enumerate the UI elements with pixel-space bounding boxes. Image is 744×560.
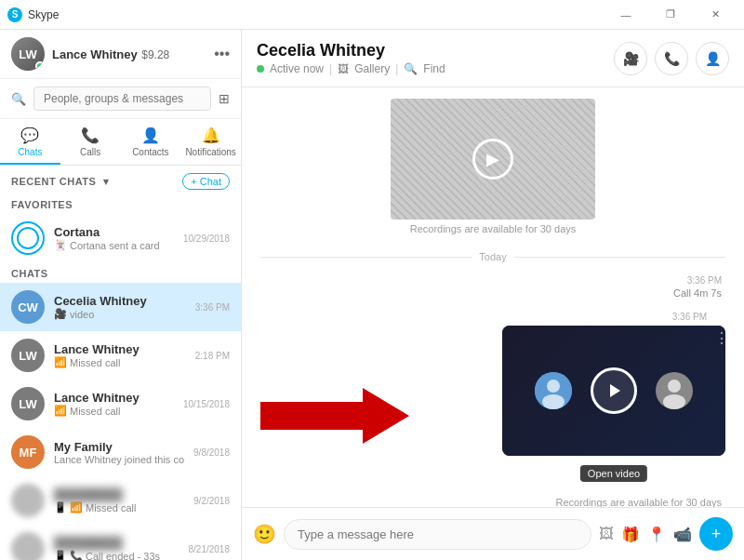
tab-calls-label: Calls [80, 147, 100, 157]
recent-chats-header: RECENT CHATS ▾ + Chat [0, 166, 241, 193]
cortana-name: Cortana [54, 225, 174, 239]
maximize-button[interactable]: ❐ [649, 0, 692, 30]
title-bar: S Skype — ❐ ✕ [0, 0, 744, 30]
contacts-icon: 👤 [141, 127, 160, 144]
search-input[interactable] [33, 87, 211, 111]
chat-header-actions: 🎥 📞 👤 [614, 42, 729, 75]
lance2-name: Lance Whitney [54, 391, 174, 405]
message-input[interactable] [284, 519, 591, 550]
cortana-info: Cortana 🃏Cortana sent a card [54, 225, 174, 251]
add-chat-button[interactable]: + Chat [182, 173, 230, 190]
add-contact-button[interactable]: 👤 [696, 42, 729, 75]
close-button[interactable]: ✕ [694, 0, 737, 30]
cecelia-time: 3:36 PM [195, 302, 230, 313]
app-title: Skype [28, 8, 59, 21]
cecelia-name: Cecelia Whitney [54, 294, 186, 308]
tab-chats-label: Chats [18, 147, 42, 157]
location-button[interactable]: 📍 [647, 526, 666, 543]
myfamily-preview: Lance Whitney joined this co... [54, 454, 184, 465]
minimize-button[interactable]: — [604, 0, 647, 30]
video-more-options-button[interactable]: ⋮ [714, 329, 729, 347]
lance1-name: Lance Whitney [54, 342, 186, 356]
chat-header: Cecelia Whitney Active now | 🖼 Gallery |… [242, 30, 744, 87]
tab-contacts-label: Contacts [132, 147, 168, 157]
participant-right-avatar [656, 372, 693, 409]
gallery-link[interactable]: Gallery [354, 62, 390, 75]
participant-left-avatar [535, 372, 572, 409]
myfamily-time: 9/8/2018 [193, 447, 230, 458]
calls-icon: 📞 [81, 127, 100, 144]
myfamily-avatar: MF [11, 435, 45, 469]
video-call-button[interactable]: 🎥 [614, 42, 647, 75]
chat-header-name: Cecelia Whitney [257, 41, 445, 60]
voice-call-button[interactable]: 📞 [655, 42, 688, 75]
skype-icon: S [7, 7, 22, 22]
find-link[interactable]: Find [423, 62, 445, 75]
tab-contacts[interactable]: 👤 Contacts [121, 119, 181, 165]
active-now-label[interactable]: Active now [270, 62, 324, 75]
tab-calls[interactable]: 📞 Calls [60, 119, 121, 165]
image-button[interactable]: 🖼 [599, 526, 614, 542]
lance2-preview: 📶Missed call [54, 405, 174, 417]
search-icon: 🔍 [11, 92, 26, 106]
sidebar-content: RECENT CHATS ▾ + Chat FAVORITES Cortana … [0, 166, 241, 560]
recent-chats-label: RECENT CHATS ▾ [11, 176, 109, 188]
video-message-wrapper: 3:36 PM [409, 312, 725, 507]
lance2-time: 10/15/2018 [183, 399, 230, 409]
first-play-button[interactable]: ▶ [472, 139, 513, 180]
first-video-thumb[interactable]: ▶ [391, 99, 595, 220]
avatar: LW [11, 37, 45, 71]
grid-icon[interactable]: ⊞ [219, 91, 230, 106]
chat-item-myfamily[interactable]: MF My Family Lance Whitney joined this c… [0, 428, 241, 476]
chat-item-cortana[interactable]: Cortana 🃏Cortana sent a card 10/29/2018 [0, 214, 241, 262]
tab-notifications[interactable]: 🔔 Notifications [180, 119, 241, 165]
find-icon-small: 🔍 [404, 62, 418, 75]
blurred2-time: 8/21/2018 [189, 544, 231, 554]
svg-point-2 [547, 380, 560, 393]
chat-item-blurred2[interactable]: ████████ 📱📞Call ended - 33s 8/21/2018 [0, 525, 241, 560]
blurred1-preview: 📱📶Missed call [54, 501, 184, 513]
video-clip-button[interactable]: 📹 [673, 526, 692, 543]
svg-point-6 [668, 380, 681, 393]
tab-notifications-label: Notifications [185, 147, 235, 157]
lance1-preview: 📶Missed call [54, 356, 186, 368]
myfamily-name: My Family [54, 440, 184, 454]
chat-item-blurred1[interactable]: ████████ 📱📶Missed call 9/2/2018 [0, 476, 241, 525]
send-button[interactable]: + [699, 517, 733, 551]
day-divider: Today [260, 251, 725, 262]
cecelia-info: Cecelia Whitney 🎥video [54, 294, 186, 320]
open-video-tooltip: Open video [580, 465, 647, 482]
svg-point-3 [542, 394, 565, 409]
call-duration: Call 4m 7s [673, 287, 722, 299]
message-input-area: 🙂 🖼 🎁 📍 📹 + [242, 507, 744, 560]
lance2-info: Lance Whitney 📶Missed call [54, 391, 174, 417]
gift-button[interactable]: 🎁 [621, 526, 640, 543]
cortana-avatar [11, 221, 45, 255]
red-arrow-svg [260, 388, 409, 444]
title-bar-left: S Skype [7, 7, 59, 22]
main-layout: LW Lance Whitney $9.28 ••• 🔍 ⊞ 💬 Chats 📞 [0, 30, 744, 560]
add-chat-label: + Chat [191, 176, 221, 187]
chat-status: Active now | 🖼 Gallery | 🔍 Find [257, 62, 445, 75]
profile-name: Lance Whitney [52, 47, 138, 61]
second-recording-notice: Recordings are available for 30 days [555, 497, 725, 507]
cortana-preview: 🃏Cortana sent a card [54, 239, 174, 251]
online-indicator [35, 61, 45, 71]
first-recording-container: ▶ Recordings are available for 30 days [260, 99, 725, 234]
title-bar-controls: — ❐ ✕ [604, 0, 737, 30]
lance1-avatar: LW [11, 339, 45, 372]
call-info-container: 3:36 PM Call 4m 7s [260, 275, 725, 299]
tab-chats[interactable]: 💬 Chats [0, 119, 60, 165]
chat-item-lance2[interactable]: LW Lance Whitney 📶Missed call 10/15/2018 [0, 380, 241, 428]
video-message[interactable]: Open video [502, 326, 725, 456]
cecelia-avatar: CW [11, 290, 45, 324]
video-content [502, 326, 725, 456]
active-status-dot [257, 65, 264, 73]
more-options-button[interactable]: ••• [214, 46, 230, 62]
play-button[interactable] [591, 367, 637, 414]
blurred2-avatar [11, 532, 45, 560]
emoji-button[interactable]: 🙂 [253, 523, 276, 545]
chat-item-cecelia[interactable]: CW Cecelia Whitney 🎥video 3:36 PM [0, 283, 241, 331]
chat-item-lance1[interactable]: LW Lance Whitney 📶Missed call 2:18 PM [0, 331, 241, 380]
gallery-icon-small: 🖼 [338, 62, 349, 75]
